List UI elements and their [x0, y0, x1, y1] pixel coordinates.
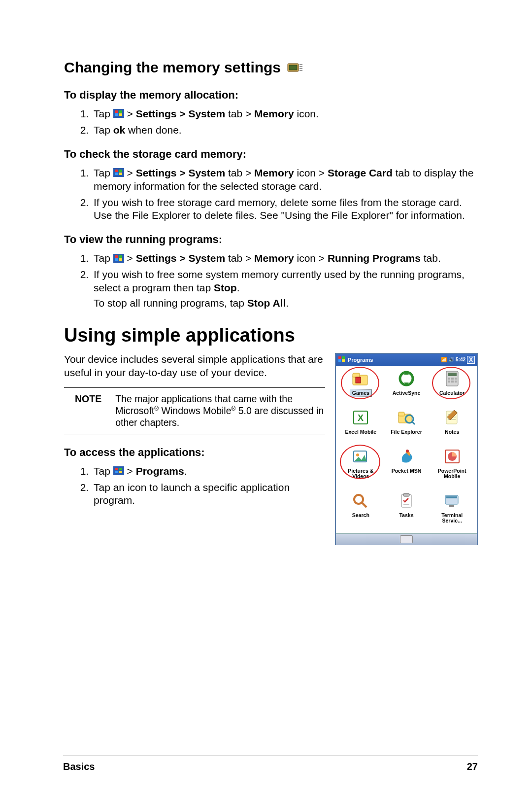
subheading-access-apps: To access the applications:: [64, 446, 325, 459]
svg-rect-32: [356, 377, 361, 383]
screenshot-bottombar: [336, 533, 477, 545]
svg-text:X: X: [358, 413, 364, 423]
powerpoint-icon: [441, 447, 463, 466]
programs-grid: Games ActiveSync Calculator X Excel: [336, 366, 477, 533]
svg-rect-18: [119, 255, 122, 258]
games-folder-icon: [350, 369, 371, 388]
windows-start-icon: [113, 254, 124, 263]
app-pocket-msn[interactable]: Pocket MSN: [384, 447, 430, 486]
svg-rect-12: [115, 170, 118, 172]
footer-page-number: 27: [467, 761, 478, 772]
note-label: NOTE: [64, 393, 101, 429]
svg-line-47: [412, 421, 415, 424]
programs-screenshot: Programs 📶 🔊 5:42 X Games: [335, 353, 478, 545]
intro-paragraph: Your device includes several simple appl…: [64, 353, 325, 380]
app-search[interactable]: Search: [338, 491, 384, 530]
app-pictures-videos[interactable]: Pictures & Videos: [338, 447, 384, 486]
app-games[interactable]: Games: [338, 369, 384, 403]
tasks-icon: [396, 491, 417, 511]
svg-rect-39: [448, 381, 450, 383]
app-terminal[interactable]: Terminal Servic...: [429, 491, 475, 530]
app-label: PowerPoint Mobile: [429, 467, 475, 480]
calculator-icon: [441, 369, 463, 388]
subheading-display-memory: To display the memory allocation:: [64, 89, 478, 102]
app-label: Search: [350, 512, 372, 519]
svg-rect-60: [403, 493, 409, 496]
svg-rect-35: [448, 373, 457, 376]
app-file-explorer[interactable]: File Explorer: [384, 408, 430, 442]
svg-rect-31: [353, 373, 360, 377]
heading-simple-apps: Using simple applications: [64, 325, 478, 346]
svg-rect-28: [338, 359, 341, 362]
svg-rect-64: [449, 505, 454, 507]
heading-memory-settings: Changing the memory settings: [64, 59, 478, 76]
svg-rect-29: [342, 359, 345, 362]
list-storage-card: Tap > Settings > System tab > Memory ico…: [64, 167, 478, 223]
svg-rect-38: [455, 378, 457, 380]
app-activesync[interactable]: ActiveSync: [384, 369, 430, 403]
app-label: Pocket MSN: [389, 467, 424, 475]
app-powerpoint[interactable]: PowerPoint Mobile: [429, 447, 475, 486]
svg-rect-20: [119, 258, 122, 261]
app-label: Terminal Servic...: [429, 512, 475, 524]
svg-rect-24: [115, 471, 118, 473]
list-item: Tap > Programs.: [92, 465, 325, 478]
list-item: Tap > Settings > System tab > Memory ico…: [92, 252, 478, 265]
app-label: Excel Mobile: [343, 428, 379, 436]
app-notes[interactable]: Notes: [429, 408, 475, 442]
titlebar-time: 5:42: [456, 357, 466, 362]
heading-text: Changing the memory settings: [64, 59, 281, 76]
excel-icon: X: [350, 408, 371, 427]
svg-rect-8: [119, 110, 122, 113]
svg-rect-14: [115, 173, 118, 175]
pictures-icon: [350, 447, 371, 466]
close-icon[interactable]: X: [467, 356, 475, 364]
svg-point-54: [406, 450, 409, 453]
svg-rect-15: [119, 173, 122, 175]
app-calculator[interactable]: Calculator: [429, 369, 475, 403]
svg-rect-27: [342, 356, 345, 359]
app-tasks[interactable]: Tasks: [384, 491, 430, 530]
list-item: Tap > Settings > System tab > Memory ico…: [92, 107, 478, 121]
list-running-programs: Tap > Settings > System tab > Memory ico…: [64, 252, 478, 310]
svg-rect-19: [115, 258, 118, 261]
svg-rect-1: [289, 65, 297, 70]
app-label: Games: [350, 389, 372, 397]
list-item: If you wish to free some system memory c…: [92, 268, 478, 310]
list-access-apps: Tap > Programs. Tap an icon to launch a …: [64, 465, 325, 508]
app-label: ActiveSync: [390, 389, 423, 397]
svg-rect-22: [115, 468, 118, 470]
windows-start-icon: [113, 466, 124, 475]
app-excel[interactable]: X Excel Mobile: [338, 408, 384, 442]
list-item: Tap > Settings > System tab > Memory ico…: [92, 167, 478, 193]
signal-icon: 📶: [441, 357, 447, 362]
file-explorer-icon: [396, 408, 417, 427]
svg-rect-40: [451, 381, 454, 383]
svg-rect-10: [119, 113, 122, 116]
svg-rect-25: [119, 471, 122, 473]
memory-chip-icon: [285, 61, 303, 74]
screenshot-titlebar: Programs 📶 🔊 5:42 X: [336, 354, 477, 366]
app-label: Calculator: [437, 389, 467, 397]
notes-icon: [441, 408, 463, 427]
note-box: NOTE The major applications that came wi…: [64, 387, 325, 434]
titlebar-text: Programs: [348, 357, 439, 363]
page-footer: Basics 27: [63, 756, 478, 772]
note-text: The major applications that came with th…: [115, 393, 325, 429]
subheading-storage-card: To check the storage card memory:: [64, 148, 478, 161]
search-icon: [350, 491, 371, 511]
list-item: Tap an icon to launch a specific applica…: [92, 481, 325, 508]
svg-rect-7: [115, 110, 118, 113]
subheading-running-programs: To view the running programs:: [64, 233, 478, 246]
list-item: Tap ok when done.: [92, 124, 478, 137]
msn-icon: [396, 447, 417, 466]
svg-rect-63: [446, 496, 457, 498]
app-label: File Explorer: [388, 428, 425, 436]
keyboard-icon[interactable]: [400, 535, 413, 543]
speaker-icon: 🔊: [448, 357, 454, 362]
activesync-icon: [396, 369, 417, 388]
svg-rect-41: [455, 381, 457, 383]
app-label: Notes: [442, 428, 462, 436]
app-label: Tasks: [397, 512, 416, 519]
terminal-icon: [441, 491, 463, 511]
